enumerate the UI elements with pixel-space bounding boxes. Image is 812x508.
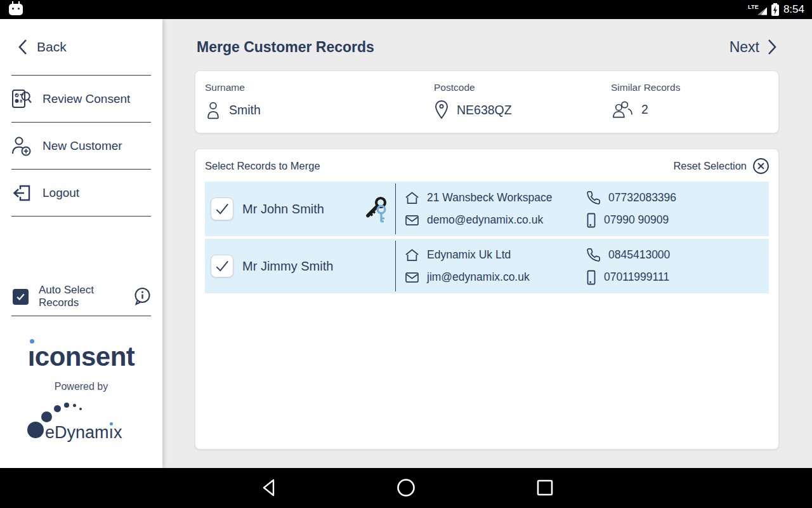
edynamix-dot [54,405,61,412]
home-icon [405,191,419,204]
page-title: Merge Customer Records [197,39,374,56]
clock-time: 8:54 [783,3,804,16]
email-cell: jim@edynamix.co.uk [405,266,586,288]
people-icon [611,100,634,119]
record-checkbox[interactable] [211,255,233,277]
next-button[interactable]: Next [730,38,777,56]
main-content: Merge Customer Records Next Surname Smit… [162,19,812,468]
consent-logo-block: ıconsent [0,330,162,377]
nav-recents-icon[interactable] [534,477,556,498]
review-consent-icon [10,88,33,110]
record-name: Mr John Smith [242,202,324,217]
edynamix-dot [73,404,76,407]
consent-logo: ıconsent [28,337,135,370]
search-summary-card: Surname Smith Postcode NE638QZ [195,70,779,133]
surname-value: Smith [229,103,261,117]
similar-records-value-row: 2 [611,100,769,119]
surname-value-row: Smith [205,100,434,120]
similar-records-label: Similar Records [611,82,769,93]
edynamix-dot [27,422,44,438]
postcode-value-row: NE638QZ [434,100,611,120]
sidebar-item-label: Review Consent [43,92,130,106]
record-row-left: Mr John Smith [205,182,395,236]
phone-cell: 0845413000 [586,244,769,266]
edynamix-logo: eDynamıx [27,401,135,447]
record-row[interactable]: Mr John Smith [205,182,769,236]
address-cell: Edynamix Uk Ltd [405,244,586,266]
logout-icon [10,182,33,204]
mail-icon [405,215,419,226]
logo-i-dot [30,339,34,344]
brand-i-dot [110,422,113,425]
checkmark-icon [214,258,230,274]
robot-eye [18,8,20,10]
nav-back-icon[interactable] [259,477,280,498]
battery-charging-icon [771,4,779,16]
checkmark-icon [214,201,230,217]
status-bar-right: LTE 8:54 [748,0,804,19]
sidebar-divider [11,316,151,316]
email-cell: demo@edynamix.co.uk [405,209,586,231]
record-phone: 0845413000 [608,248,670,262]
back-chevron-icon [18,39,28,55]
mobile-icon [586,270,596,285]
keys-slot [363,194,390,224]
edynamix-dot [41,411,52,422]
brand-post: x [114,423,122,442]
sidebar-item-label: Logout [43,186,79,200]
home-icon [405,248,419,262]
location-pin-icon [434,100,449,120]
nav-home-icon[interactable] [395,477,417,498]
brand-pre: eDynam [45,423,109,442]
powered-by-label: Powered by [0,381,162,392]
address-cell: 21 Wansbeck Workspace [405,187,586,209]
checkbox-checked-icon[interactable] [13,289,29,305]
status-bar: LTE 8:54 [0,0,812,19]
record-email: jim@edynamix.co.uk [427,271,530,284]
record-checkbox[interactable] [211,197,233,220]
reset-selection-label: Reset Selection [673,160,747,172]
android-navigation-bar [0,468,812,508]
record-details: Edynamix Uk Ltd 0845413000 [396,239,769,293]
merge-records-card: Select Records to Merge Reset Selection [195,149,779,450]
sidebar-item-new-customer[interactable]: New Customer [0,123,162,169]
reset-selection-button[interactable]: Reset Selection [673,157,769,175]
record-details: 21 Wansbeck Workspace 07732083396 [396,182,769,236]
battery-bolt [772,6,778,15]
edynamix-wordmark: eDynamıx [45,423,122,443]
phone-icon [586,248,601,262]
record-mobile: 07990 90909 [604,213,669,227]
person-icon [205,100,221,120]
info-icon[interactable] [133,287,151,306]
record-name: Mr Jimmy Smith [242,259,333,274]
next-label: Next [730,39,759,56]
record-address: Edynamix Uk Ltd [427,248,511,262]
mobile-cell: 07990 90909 [586,209,769,231]
sidebar-item-review-consent[interactable]: Review Consent [0,76,162,122]
record-address: 21 Wansbeck Workspace [427,191,552,204]
close-circle-icon [752,157,769,175]
logo-i: ı [28,342,35,371]
record-row-left: Mr Jimmy Smith [205,239,395,293]
edynamix-dot [79,408,82,410]
app-screen: LTE 8:54 Back [0,0,812,508]
mobile-cell: 07011999111 [586,266,769,288]
lte-signal-icon: LTE [748,4,767,16]
mail-icon [405,272,419,283]
surname-field: Surname Smith [205,82,434,133]
edynamix-dot [64,403,69,408]
record-rows: Mr John Smith [195,182,778,293]
phone-icon [586,190,601,205]
mobile-icon [586,213,596,228]
android-robot-icon [9,4,23,15]
record-phone: 07732083396 [608,191,676,204]
network-type-label: LTE [748,4,759,10]
record-mobile: 07011999111 [604,271,669,284]
sidebar-spacer [0,217,162,277]
back-button[interactable]: Back [0,19,162,75]
auto-select-records-toggle[interactable]: Auto Select Records [0,277,162,316]
sidebar-item-logout[interactable]: Logout [0,170,162,216]
similar-records-count: 2 [641,102,648,117]
record-row[interactable]: Mr Jimmy Smith Edynamix Uk Ltd [205,239,769,293]
similar-records-field: Similar Records 2 [611,82,769,133]
